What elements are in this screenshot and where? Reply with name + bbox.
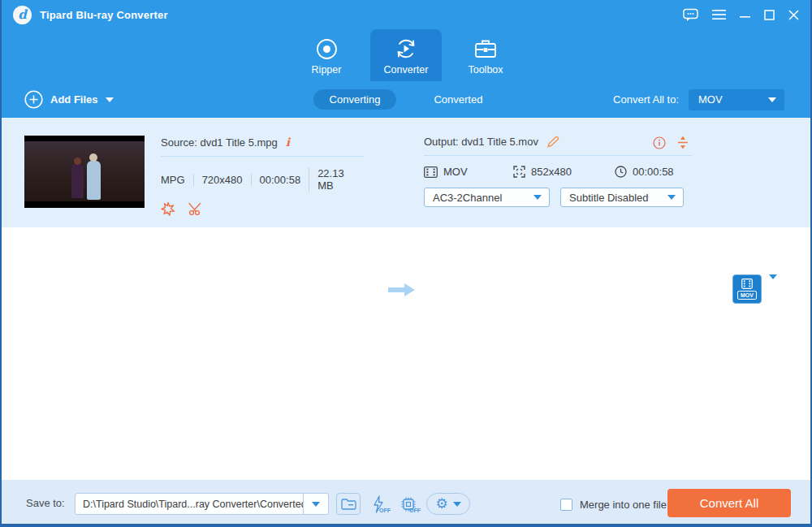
header: d Tipard Blu-ray Converter: [2, 0, 810, 118]
source-info-icon[interactable]: i: [286, 136, 290, 149]
tab-toolbox-label: Toolbox: [468, 64, 503, 76]
cut-scissors-icon[interactable]: [188, 202, 204, 216]
output-panel: Output: dvd1 Title 5.mov: [424, 136, 692, 207]
settings-button[interactable]: ⚙: [426, 493, 470, 515]
output-info-icon[interactable]: [653, 136, 666, 149]
source-panel: Source: dvd1 Title 5.mpg i MPG 720x480 0…: [161, 136, 364, 216]
gear-icon: ⚙: [435, 497, 447, 511]
meta-duration: 00:00:58: [251, 174, 309, 186]
convert-all-to: Convert All to: MOV: [613, 89, 784, 110]
file-row[interactable]: Source: dvd1 Title 5.mpg i MPG 720x480 0…: [2, 118, 810, 227]
arrow-right-icon: [388, 283, 416, 300]
gpu-accel-toggle[interactable]: OFF: [396, 493, 421, 515]
gpu-off-badge: OFF: [409, 508, 421, 513]
folder-icon: [341, 498, 356, 510]
clock-icon: [615, 166, 627, 178]
source-meta: MPG 720x480 00:00:58 22.13 MB: [161, 167, 364, 192]
chevron-down-icon: [453, 502, 461, 507]
meta-format: MPG: [161, 174, 193, 186]
ripper-icon: [316, 37, 338, 61]
film-icon: [424, 166, 438, 178]
chevron-down-icon: [533, 195, 542, 200]
app-logo-icon: d: [13, 6, 32, 24]
window-controls: [683, 0, 799, 29]
chevron-down-icon: [667, 195, 676, 200]
merge-option: Merge into one file: [560, 499, 667, 511]
merge-checkbox[interactable]: [560, 499, 572, 511]
feedback-icon[interactable]: [683, 8, 698, 22]
toolbar: Add Files Converting Converted Convert A…: [2, 81, 810, 118]
rename-pencil-icon[interactable]: [546, 136, 560, 148]
output-format-button[interactable]: MOV: [732, 274, 762, 304]
converter-icon: [394, 37, 418, 61]
app-title: Tipard Blu-ray Converter: [40, 9, 168, 21]
merge-label: Merge into one file: [580, 499, 667, 511]
high-speed-toggle[interactable]: OFF: [366, 493, 391, 515]
tab-ripper[interactable]: Ripper: [291, 29, 362, 81]
chevron-down-icon: [312, 502, 320, 507]
file-list-empty-area: [2, 227, 810, 480]
main-tabs: Ripper Converter: [2, 29, 810, 81]
titlebar: d Tipard Blu-ray Converter: [2, 0, 810, 29]
toolbox-icon: [474, 37, 497, 61]
tab-toolbox[interactable]: Toolbox: [450, 29, 521, 81]
convert-all-to-select[interactable]: MOV: [689, 89, 784, 110]
save-path-value: D:\Tipard Studio\Tipard...ray Converter\…: [76, 499, 303, 510]
convert-all-to-value: MOV: [698, 93, 723, 106]
menu-icon[interactable]: [712, 9, 726, 20]
save-path-dropdown[interactable]: [303, 494, 328, 514]
meta-size: 22.13 MB: [309, 167, 364, 192]
convert-all-button[interactable]: Convert All: [667, 489, 791, 517]
format-chevron-icon[interactable]: [769, 274, 777, 279]
output-badge-label: MOV: [737, 291, 757, 300]
speed-off-badge: OFF: [379, 508, 391, 513]
resolution-icon: [513, 166, 525, 178]
source-label: Source: dvd1 Title 5.mpg: [161, 136, 278, 149]
open-folder-button[interactable]: [336, 493, 361, 515]
meta-resolution: 720x480: [193, 174, 251, 186]
subtitle-value: Subtitle Disabled: [569, 192, 649, 204]
film-badge-icon: [741, 279, 753, 289]
chevron-down-icon: [768, 97, 776, 102]
maximize-icon[interactable]: [764, 10, 775, 20]
save-to-label: Save to:: [26, 497, 65, 509]
tab-converter[interactable]: Converter: [370, 29, 442, 81]
effect-star-icon[interactable]: [161, 201, 175, 216]
tab-converter-label: Converter: [384, 64, 429, 76]
bottom-bar: Save to: D:\Tipard Studio\Tipard...ray C…: [2, 480, 810, 526]
convert-all-to-label: Convert All to:: [613, 93, 679, 106]
audio-track-select[interactable]: AC3-2Channel: [424, 188, 550, 207]
output-resolution: 852x480: [531, 166, 572, 178]
tab-converting[interactable]: Converting: [313, 89, 397, 110]
app-window: d Tipard Blu-ray Converter: [0, 0, 812, 527]
output-format-control: MOV: [732, 274, 777, 304]
divider: [161, 156, 364, 157]
output-format: MOV: [443, 166, 468, 178]
subtitle-select[interactable]: Subtitle Disabled: [560, 188, 684, 207]
compress-icon[interactable]: [677, 136, 689, 149]
save-path-field[interactable]: D:\Tipard Studio\Tipard...ray Converter\…: [75, 493, 329, 515]
video-thumbnail: [24, 136, 145, 208]
audio-track-value: AC3-2Channel: [433, 192, 502, 204]
tab-converted[interactable]: Converted: [417, 89, 499, 110]
output-label: Output: dvd1 Title 5.mov: [424, 136, 538, 148]
tab-ripper-label: Ripper: [312, 64, 342, 76]
output-duration: 00:00:58: [633, 166, 674, 178]
minimize-icon[interactable]: [740, 10, 750, 20]
close-icon[interactable]: [788, 10, 799, 20]
divider: [424, 155, 692, 156]
